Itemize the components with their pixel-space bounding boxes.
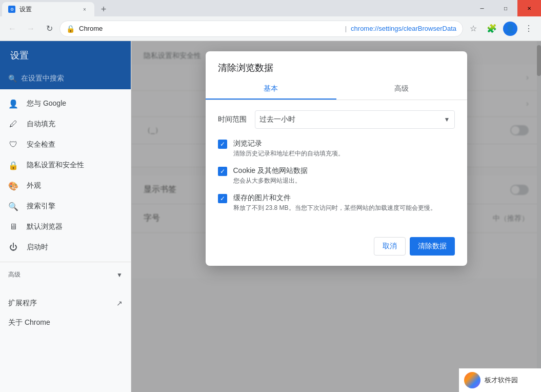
checkbox-history[interactable]: ✓ — [218, 140, 227, 149]
search-placeholder: 在设置中搜索 — [21, 74, 64, 83]
search-icon: 🔍 — [8, 74, 17, 83]
person-icon: 👤 — [8, 99, 18, 109]
address-bar: ← → ↻ 🔒 Chrome | chrome://settings/clear… — [0, 16, 541, 41]
checkbox-content-cache: 缓存的图片和文件 释放了不到 23.8 MB。当您下次访问时，某些网站的加载速度… — [233, 193, 436, 212]
clear-browser-data-modal: 清除浏览数据 基本 高级 时间范围 过去一小时 ▼ ✓ — [206, 51, 467, 266]
advanced-label: 高级 — [8, 270, 21, 279]
modal-title: 清除浏览数据 — [206, 51, 467, 78]
checkbox-item-history: ✓ 浏览记录 清除历史记录和地址栏中的自动填充项。 — [218, 139, 455, 158]
tab-favicon: ⚙ — [8, 6, 15, 13]
checkbox-desc-cookies: 您会从大多数网站退出。 — [233, 177, 308, 185]
checkbox-content-cookies: Cookie 及其他网站数据 您会从大多数网站退出。 — [233, 166, 308, 185]
sidebar-item-appearance[interactable]: 🎨 外观 — [0, 175, 131, 196]
new-tab-button[interactable]: + — [96, 2, 111, 16]
toolbar-icons: ☆ 🧩 👤 ⋮ — [465, 21, 537, 37]
time-range-label: 时间范围 — [218, 115, 247, 124]
minimize-button[interactable]: ─ — [470, 0, 494, 16]
sidebar-section-advanced: 高级 ▼ — [0, 266, 131, 281]
modal-body: 时间范围 过去一小时 ▼ ✓ 浏览记录 清除历史记录和地址栏中的自动填充项。 — [206, 100, 467, 231]
sidebar-item-autofill[interactable]: 🖊 自动填充 — [0, 114, 131, 134]
tab-title: 设置 — [19, 5, 32, 14]
sidebar-item-google[interactable]: 👤 您与 Google — [0, 93, 131, 114]
main-content: 设置 🔍 在设置中搜索 👤 您与 Google 🖊 自动填充 🛡 安全检查 🔒 … — [0, 41, 541, 392]
profile-button[interactable]: 👤 — [502, 21, 518, 37]
chevron-down-icon: ▼ — [116, 271, 123, 279]
clear-data-button[interactable]: 清除数据 — [410, 237, 455, 256]
sidebar-item-label: 您与 Google — [27, 99, 66, 108]
tab-advanced[interactable]: 高级 — [336, 78, 467, 100]
sidebar-item-about[interactable]: 关于 Chrome — [0, 313, 131, 332]
sidebar-item-label: 安全检查 — [27, 140, 55, 149]
sidebar-item-label: 外观 — [27, 181, 41, 190]
search-icon: 🔍 — [8, 201, 18, 211]
sidebar: 设置 🔍 在设置中搜索 👤 您与 Google 🖊 自动填充 🛡 安全检查 🔒 … — [0, 41, 131, 392]
checkbox-desc-history: 清除历史记录和地址栏中的自动填充项。 — [233, 149, 344, 158]
extensions-label: 扩展程序 — [8, 299, 37, 308]
address-separator: | — [345, 25, 347, 32]
bookmark-button[interactable]: ☆ — [465, 21, 482, 37]
sidebar-title: 设置 — [10, 50, 29, 61]
checkbox-title-cookies: Cookie 及其他网站数据 — [233, 166, 308, 175]
sidebar-item-browser[interactable]: 🖥 默认浏览器 — [0, 217, 131, 237]
watermark: 板才软件园 — [459, 368, 541, 392]
sidebar-item-label: 搜索引擎 — [27, 202, 55, 211]
autofill-icon: 🖊 — [8, 119, 18, 129]
power-icon: ⏻ — [8, 242, 18, 252]
reload-button[interactable]: ↻ — [41, 21, 57, 37]
sidebar-item-label: 启动时 — [27, 243, 48, 252]
about-label: 关于 Chrome — [8, 318, 50, 327]
sidebar-item-label: 自动填充 — [27, 120, 55, 129]
modal-backdrop: 清除浏览数据 基本 高级 时间范围 过去一小时 ▼ ✓ — [131, 41, 541, 392]
page-area: 隐私设置和安全性 › › （_） 显示书签 — [131, 41, 541, 392]
checkbox-cookies[interactable]: ✓ — [218, 167, 227, 176]
restore-button[interactable]: □ — [494, 0, 517, 16]
cancel-button[interactable]: 取消 — [374, 237, 406, 256]
address-input[interactable]: 🔒 Chrome | chrome://settings/clearBrowse… — [59, 21, 463, 37]
sidebar-divider — [0, 262, 131, 262]
active-tab[interactable]: ⚙ 设置 × — [2, 2, 94, 16]
watermark-text: 板才软件园 — [485, 376, 518, 385]
external-link-icon: ↗ — [116, 299, 123, 307]
search-bar[interactable]: 🔍 在设置中搜索 — [0, 70, 131, 89]
address-chrome: Chrome — [79, 25, 341, 32]
modal-tabs: 基本 高级 — [206, 78, 467, 100]
tab-basic[interactable]: 基本 — [206, 78, 336, 100]
sidebar-item-label: 默认浏览器 — [27, 222, 63, 231]
checkbox-desc-cache: 释放了不到 23.8 MB。当您下次访问时，某些网站的加载速度可能会更慢。 — [233, 204, 436, 212]
back-button[interactable]: ← — [4, 21, 21, 37]
time-range-value: 过去一小时 — [259, 115, 295, 124]
sidebar-item-safety[interactable]: 🛡 安全检查 — [0, 134, 131, 155]
checkbox-item-cache: ✓ 缓存的图片和文件 释放了不到 23.8 MB。当您下次访问时，某些网站的加载… — [218, 193, 455, 212]
sidebar-bottom: 扩展程序 ↗ 关于 Chrome — [0, 289, 131, 337]
tab-strip: ⚙ 设置 × + — [0, 0, 111, 16]
checkbox-item-cookies: ✓ Cookie 及其他网站数据 您会从大多数网站退出。 — [218, 166, 455, 185]
dropdown-arrow-icon: ▼ — [444, 116, 450, 123]
sidebar-header: 设置 — [0, 41, 131, 70]
sidebar-item-privacy[interactable]: 🔒 隐私设置和安全性 — [0, 155, 131, 175]
time-range-row: 时间范围 过去一小时 ▼ — [218, 110, 455, 129]
sidebar-item-extensions[interactable]: 扩展程序 ↗ — [0, 293, 131, 313]
menu-button[interactable]: ⋮ — [520, 21, 537, 37]
sidebar-item-label: 隐私设置和安全性 — [27, 161, 84, 170]
checkbox-cache[interactable]: ✓ — [218, 194, 227, 203]
checkbox-title-cache: 缓存的图片和文件 — [233, 193, 436, 203]
profile-avatar: 👤 — [503, 22, 517, 36]
sidebar-items: 👤 您与 Google 🖊 自动填充 🛡 安全检查 🔒 隐私设置和安全性 🎨 外… — [0, 89, 131, 285]
extension-button[interactable]: 🧩 — [484, 21, 500, 37]
address-path: chrome://settings/clearBrowserData — [351, 25, 456, 32]
lock-icon: 🔒 — [66, 25, 75, 33]
sidebar-item-startup[interactable]: ⏻ 启动时 — [0, 237, 131, 258]
modal-footer: 取消 清除数据 — [206, 231, 467, 266]
browser-icon: 🖥 — [8, 222, 18, 232]
close-button[interactable]: ✕ — [517, 0, 541, 16]
window-controls: ─ □ ✕ — [470, 0, 541, 16]
sidebar-item-search[interactable]: 🔍 搜索引擎 — [0, 196, 131, 217]
checkbox-title-history: 浏览记录 — [233, 139, 344, 148]
shield-icon: 🛡 — [8, 140, 18, 150]
lock-icon: 🔒 — [8, 160, 18, 170]
time-range-select[interactable]: 过去一小时 ▼ — [255, 110, 455, 129]
forward-button[interactable]: → — [23, 21, 39, 37]
palette-icon: 🎨 — [8, 181, 18, 191]
tab-close-button[interactable]: × — [81, 6, 88, 13]
titlebar: ⚙ 设置 × + ─ □ ✕ — [0, 0, 541, 16]
